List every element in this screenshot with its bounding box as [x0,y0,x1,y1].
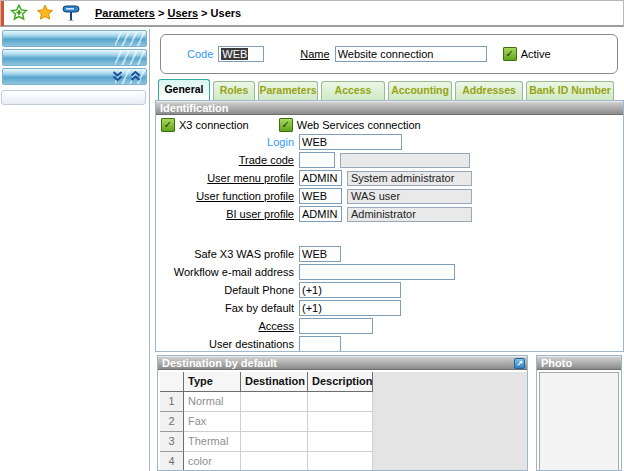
breadcrumb: Parameters > Users > Users [95,7,241,19]
field-label-trade-code[interactable]: Trade code [156,154,299,166]
main-content: Code WEB Name Active GeneralRolesParamet… [153,29,624,471]
field-label-default-phone: Default Phone [156,284,299,296]
grid-header-type: Type [184,372,241,392]
tab-roles[interactable]: Roles [213,81,255,100]
grid-rownum-3[interactable]: 3 [160,432,184,452]
checkbox-group-web-services-connection: Web Services connection [279,118,421,132]
field-row-trade-code: Trade code [156,151,623,169]
grid-cell-1-description[interactable] [308,392,373,412]
sidebar-panel-bar-2[interactable] [2,49,147,66]
grid-cell-1-type[interactable]: Normal [184,392,241,412]
tab-bar: GeneralRolesParametersAccessAccountingAd… [158,79,617,100]
destination-panel: Destination by default ↗ TypeDestination… [157,355,528,471]
field-input-safe-x3-was-profile[interactable] [299,246,341,262]
breadcrumb-item-parameters-0[interactable]: Parameters [95,7,155,19]
grid-cell-2-destination[interactable] [241,412,308,432]
grid-header-destination: Destination [241,372,308,392]
tab-addresses[interactable]: Addresses [455,81,523,100]
grid-rownum-1[interactable]: 1 [160,392,184,412]
checkbox-x3-connection[interactable] [161,118,175,132]
sidebar-subpanel [1,90,146,105]
field-label-user-destinations: User destinations [156,338,299,350]
expand-grid-icon[interactable]: ↗ [514,358,525,369]
record-header-box: Code WEB Name Active [160,34,618,74]
active-checkbox[interactable] [503,47,517,61]
tab-accounting[interactable]: Accounting [388,81,452,100]
name-label[interactable]: Name [300,48,329,60]
identification-panel: Identification X3 connectionWeb Services… [155,100,624,352]
field-label-access[interactable]: Access [156,320,299,332]
field-input-fax-by-default[interactable] [299,300,401,316]
grid-cell-4-type[interactable]: color [184,452,241,471]
sidebar [0,29,150,471]
favorite-star-icon[interactable] [35,3,55,23]
checkbox-group-x3-connection: X3 connection [161,118,249,132]
code-value-selected: WEB [221,48,248,60]
destination-grid: TypeDestinationDescription 1Normal2Fax3T… [160,372,527,470]
field-input-user-function-profile[interactable] [299,188,342,204]
photo-panel: Photo [536,355,622,471]
connection-checkboxes: X3 connectionWeb Services connection [161,117,623,133]
field-input-default-phone[interactable] [299,282,401,298]
tab-access[interactable]: Access [321,81,385,100]
checkbox-label-x3-connection: X3 connection [179,119,249,131]
breadcrumb-separator: > [198,7,211,19]
grid-cell-3-destination[interactable] [241,432,308,452]
grid-cell-3-type[interactable]: Thermal [184,432,241,452]
sidebar-panel-bar-3[interactable] [2,68,147,85]
favorite-add-star-icon[interactable] [9,3,29,23]
grid-cell-1-destination[interactable] [241,392,308,412]
field-label-safe-x3-was-profile: Safe X3 WAS profile [156,248,299,260]
breadcrumb-separator: > [155,7,168,19]
field-secondary-user-function-profile: WAS user [347,189,472,204]
grid-row-4: 4color [160,452,527,471]
grid-cell-2-description[interactable] [308,412,373,432]
sidebar-collapse-controls [110,70,143,82]
double-chevron-down-icon[interactable] [110,70,125,82]
active-label: Active [521,48,551,60]
field-label-fax-by-default: Fax by default [156,302,299,314]
field-input-login[interactable] [299,134,402,150]
double-chevron-up-icon[interactable] [128,70,143,82]
field-label-bi-user-profile[interactable]: BI user profile [156,208,299,220]
grid-cell-3-description[interactable] [308,432,373,452]
field-input-user-destinations[interactable] [299,336,341,352]
field-input-trade-code[interactable] [299,152,335,168]
breadcrumb-item-users-2: Users [211,7,242,19]
field-secondary-trade-code [340,153,470,168]
field-row-safe-x3-was-profile: Safe X3 WAS profile [156,245,623,263]
grid-cell-2-type[interactable]: Fax [184,412,241,432]
grid-cell-4-destination[interactable] [241,452,308,471]
field-row-user-menu-profile: User menu profileSystem administrator [156,169,623,187]
field-input-bi-user-profile[interactable] [299,206,342,222]
tab-general[interactable]: General [158,79,210,100]
field-row-fax-by-default: Fax by default [156,299,623,317]
grid-header-row: TypeDestinationDescription [160,372,527,392]
field-label-user-menu-profile[interactable]: User menu profile [156,172,299,184]
signpost-icon[interactable] [61,3,81,23]
field-secondary-user-menu-profile: System administrator [347,171,472,186]
grid-row-1: 1Normal [160,392,527,412]
field-row-user-destinations: User destinations [156,335,623,352]
field-input-access[interactable] [299,318,373,334]
name-input[interactable] [335,46,487,62]
identification-header: Identification [156,101,623,115]
grid-cell-4-description[interactable] [308,452,373,471]
field-input-workflow-e-mail-address[interactable] [299,264,455,280]
grid-body: 1Normal2Fax3Thermal4color5 [160,392,527,471]
tab-bank-id-number[interactable]: Bank ID Number [526,81,614,100]
checkbox-web-services-connection[interactable] [279,118,293,132]
sidebar-panel-bar-1[interactable] [2,30,147,47]
breadcrumb-item-users-1[interactable]: Users [167,7,198,19]
code-input[interactable]: WEB [218,46,264,62]
toolbar: Parameters > Users > Users [0,0,624,27]
grid-rownum-4[interactable]: 4 [160,452,184,471]
code-label: Code [187,48,213,60]
field-label-login: Login [156,136,299,148]
tab-parameters[interactable]: Parameters [258,81,318,100]
field-label-user-function-profile[interactable]: User function profile [156,190,299,202]
grid-rownum-2[interactable]: 2 [160,412,184,432]
grid-row-2: 2Fax [160,412,527,432]
photo-placeholder [539,372,619,470]
field-input-user-menu-profile[interactable] [299,170,342,186]
